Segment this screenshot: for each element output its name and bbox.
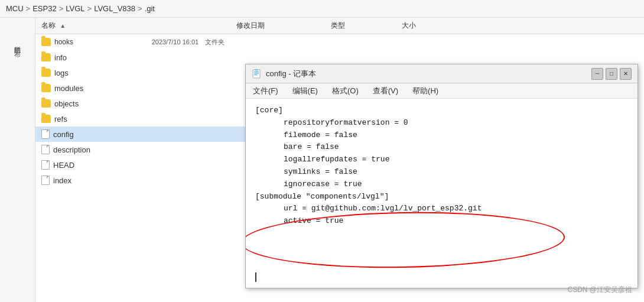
folder-icon bbox=[41, 115, 51, 123]
menu-format[interactable]: 格式(O) bbox=[330, 85, 361, 98]
column-headers: 名称 ▲ 修改日期 类型 大小 bbox=[35, 18, 644, 34]
file-date: 2023/7/10 16:01 bbox=[152, 38, 205, 46]
content-line-7: ignorecase = true bbox=[255, 178, 628, 191]
col-header-name[interactable]: 名称 ▲ bbox=[35, 21, 236, 31]
sort-arrow: ▲ bbox=[60, 22, 66, 29]
text-cursor bbox=[255, 272, 256, 282]
svg-rect-3 bbox=[254, 74, 258, 75]
table-row[interactable]: HEAD bbox=[35, 157, 245, 173]
close-button[interactable]: ✕ bbox=[620, 68, 632, 80]
minimize-button[interactable]: ─ bbox=[591, 68, 603, 80]
menu-file[interactable]: 文件(F) bbox=[251, 85, 281, 98]
table-row[interactable]: description bbox=[35, 142, 245, 157]
svg-rect-2 bbox=[254, 73, 259, 73]
table-row[interactable]: modules bbox=[35, 80, 245, 96]
notepad-titlebar: config - 记事本 ─ □ ✕ bbox=[246, 64, 638, 83]
notepad-title: config - 记事本 bbox=[266, 69, 587, 79]
menu-help[interactable]: 帮助(H) bbox=[410, 85, 441, 98]
content-line-6: symlinks = false bbox=[255, 166, 628, 178]
file-icon bbox=[41, 145, 50, 154]
file-name: objects bbox=[54, 99, 79, 108]
content-line-9: url = git@github.com:lvgl/lv_port_esp32.… bbox=[255, 203, 628, 215]
content-line-2: repositoryformatversion = 0 bbox=[255, 117, 628, 129]
table-row-selected[interactable]: config bbox=[35, 126, 245, 142]
breadcrumb-sep-1: > bbox=[26, 4, 31, 13]
col-header-size[interactable]: 大小 bbox=[402, 21, 461, 31]
breadcrumb-sep-4: > bbox=[138, 4, 142, 13]
file-name: refs bbox=[54, 115, 67, 124]
notepad-menubar: 文件(F) 编辑(E) 格式(O) 查看(V) 帮助(H) bbox=[246, 83, 638, 99]
file-icon bbox=[41, 176, 50, 185]
left-nav-panel: 消防栏 布 bbox=[0, 18, 35, 302]
file-icon bbox=[41, 160, 50, 170]
content-line-8: [submodule "components/lvgl"] bbox=[255, 191, 628, 203]
menu-view[interactable]: 查看(V) bbox=[370, 85, 401, 98]
breadcrumb-lvgl[interactable]: LVGL bbox=[66, 4, 84, 13]
file-name: HEAD bbox=[53, 161, 74, 170]
breadcrumb-lvgl838[interactable]: LVGL_V838 bbox=[94, 4, 135, 13]
notepad-window: config - 记事本 ─ □ ✕ 文件(F) 编辑(E) 格式(O) 查看(… bbox=[245, 64, 638, 288]
table-row[interactable]: objects bbox=[35, 96, 245, 111]
content-line-3: filemode = false bbox=[255, 129, 628, 142]
breadcrumb: MCU > ESP32 > LVGL > LVGL_V838 > .git bbox=[0, 0, 644, 18]
table-row[interactable]: refs bbox=[35, 111, 245, 126]
svg-rect-0 bbox=[253, 70, 260, 78]
file-name: modules bbox=[54, 84, 83, 93]
folder-icon bbox=[41, 69, 51, 77]
file-name: logs bbox=[54, 69, 69, 77]
file-name: config bbox=[53, 130, 74, 139]
file-name: index bbox=[53, 176, 71, 185]
menu-edit[interactable]: 编辑(E) bbox=[290, 85, 320, 98]
folder-icon bbox=[41, 99, 51, 108]
table-row[interactable]: hooks 2023/7/10 16:01 文件夹 bbox=[35, 34, 245, 50]
breadcrumb-sep-2: > bbox=[59, 4, 64, 13]
file-name: info bbox=[54, 53, 67, 62]
col-header-type[interactable]: 类型 bbox=[331, 21, 402, 31]
file-list: hooks 2023/7/10 16:01 文件夹 info logs modu… bbox=[35, 34, 245, 188]
folder-icon bbox=[41, 53, 51, 61]
table-row[interactable]: index bbox=[35, 173, 245, 188]
content-line-10: active = true bbox=[255, 215, 628, 228]
content-line-1: [core] bbox=[255, 105, 628, 117]
file-name: description bbox=[53, 145, 90, 154]
col-header-date[interactable]: 修改日期 bbox=[236, 21, 331, 31]
breadcrumb-mcu[interactable]: MCU bbox=[6, 4, 24, 13]
file-type: 文件夹 bbox=[205, 38, 245, 47]
svg-rect-4 bbox=[255, 69, 258, 71]
table-row[interactable]: logs bbox=[35, 65, 245, 80]
notepad-app-icon bbox=[252, 69, 261, 79]
folder-icon bbox=[41, 84, 51, 92]
file-name: hooks bbox=[54, 38, 73, 46]
window-controls: ─ □ ✕ bbox=[591, 68, 632, 80]
content-line-4: bare = false bbox=[255, 141, 628, 154]
maximize-button[interactable]: □ bbox=[606, 68, 617, 80]
folder-icon bbox=[41, 38, 51, 46]
file-icon bbox=[41, 129, 50, 139]
svg-rect-1 bbox=[254, 72, 259, 72]
breadcrumb-git[interactable]: .git bbox=[145, 4, 155, 13]
content-line-5: logallrefupdates = true bbox=[255, 154, 628, 166]
watermark: CSDN @江安吴彦祖 bbox=[567, 285, 632, 295]
table-row[interactable]: info bbox=[35, 50, 245, 65]
breadcrumb-esp32[interactable]: ESP32 bbox=[32, 4, 56, 13]
notepad-content[interactable]: [core] repositoryformatversion = 0 filem… bbox=[246, 99, 638, 288]
breadcrumb-sep-3: > bbox=[87, 4, 92, 13]
